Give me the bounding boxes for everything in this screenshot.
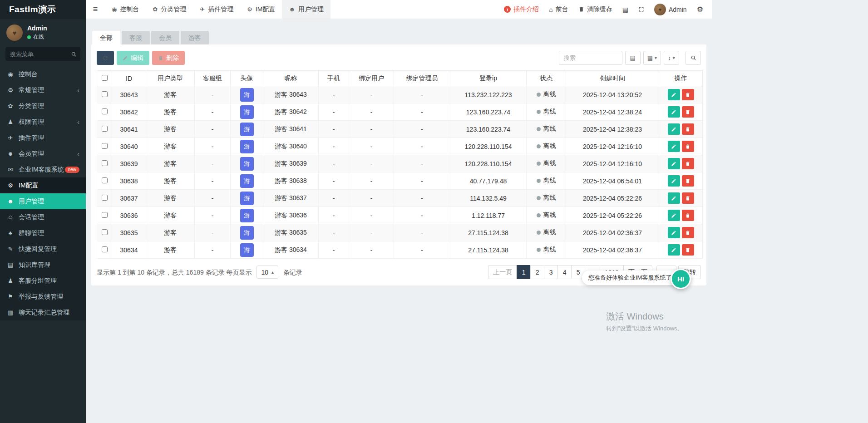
sidebar-item-user-manage[interactable]: ☻用户管理 bbox=[0, 193, 86, 209]
frontend-link[interactable]: ⌂ 前台 bbox=[544, 0, 573, 19]
search-button[interactable] bbox=[686, 51, 701, 65]
row-edit-button[interactable] bbox=[668, 106, 680, 118]
sidebar-item-im-config[interactable]: ⚙IM配置 bbox=[0, 177, 86, 193]
sidebar-item-knowledge[interactable]: ▤知识库管理 bbox=[0, 257, 86, 273]
menu-toggle-icon[interactable]: ≡ bbox=[86, 0, 105, 19]
pagination-summary: 显示第 1 到第 10 条记录，总共 16189 条记录 每页显示 10 ▴ 条… bbox=[97, 266, 302, 279]
page-size-select[interactable]: 10 ▴ bbox=[256, 266, 278, 279]
row-checkbox[interactable] bbox=[102, 91, 108, 97]
clear-cache-link[interactable]: 清除缓存 bbox=[573, 0, 617, 19]
row-edit-button[interactable] bbox=[668, 175, 680, 187]
topbar-user[interactable]: ♥ Admin bbox=[649, 0, 692, 19]
cell-created-at: 2025-12-04 12:16:10 bbox=[566, 138, 659, 155]
filter-tab-all[interactable]: 全部 bbox=[92, 31, 120, 44]
sidebar-item-report-feedback[interactable]: ⚑举报与反馈管理 bbox=[0, 289, 86, 305]
sidebar-search-input[interactable] bbox=[10, 51, 71, 58]
filter-tab-service[interactable]: 客服 bbox=[122, 31, 150, 44]
row-edit-button[interactable] bbox=[668, 227, 680, 238]
column-header[interactable]: 绑定管理员 bbox=[394, 71, 450, 86]
column-header[interactable]: 创建时间 bbox=[566, 71, 659, 86]
column-header[interactable]: 绑定用户 bbox=[349, 71, 394, 86]
sidebar-item-general[interactable]: ⚙常规管理‹ bbox=[0, 82, 86, 98]
row-edit-button[interactable] bbox=[668, 210, 680, 221]
row-delete-button[interactable] bbox=[682, 89, 694, 100]
row-delete-button[interactable] bbox=[682, 158, 694, 169]
page-button-prev[interactable]: 上一页 bbox=[488, 265, 517, 279]
app-logo[interactable]: FastIm演示 bbox=[0, 0, 86, 19]
fullscreen-button[interactable] bbox=[633, 0, 649, 19]
chat-launcher-button[interactable]: HI bbox=[671, 269, 691, 289]
top-tab-im-config[interactable]: ⚙IM配置 bbox=[240, 0, 282, 19]
refresh-button[interactable] bbox=[97, 51, 114, 65]
row-delete-button[interactable] bbox=[682, 106, 694, 118]
plugin-intro-link[interactable]: i 插件介绍 bbox=[499, 0, 544, 19]
top-tab-category[interactable]: ✿分类管理 bbox=[146, 0, 193, 19]
column-header[interactable]: 用户类型 bbox=[146, 71, 195, 86]
row-edit-button[interactable] bbox=[668, 192, 680, 204]
sidebar-item-category[interactable]: ✿分类管理 bbox=[0, 98, 86, 114]
user-avatar-badge: 游 bbox=[240, 243, 254, 257]
row-edit-button[interactable] bbox=[668, 123, 680, 135]
columns-button[interactable]: ▦ ▾ bbox=[643, 51, 661, 65]
row-delete-button[interactable] bbox=[682, 141, 694, 152]
row-delete-button[interactable] bbox=[682, 175, 694, 187]
sidebar-item-addon[interactable]: ✈插件管理 bbox=[0, 130, 86, 146]
column-header[interactable]: ID bbox=[112, 71, 146, 86]
sidebar-item-auth[interactable]: ♟权限管理‹ bbox=[0, 114, 86, 130]
column-header[interactable]: 头像 bbox=[231, 71, 263, 86]
settings-button[interactable]: ⚙ bbox=[692, 0, 708, 19]
row-checkbox[interactable] bbox=[102, 229, 108, 235]
column-header[interactable]: 客服组 bbox=[195, 71, 231, 86]
sidebar-item-im-system[interactable]: ✉企业IM客服系统new bbox=[0, 162, 86, 177]
page-button-page-2[interactable]: 2 bbox=[530, 265, 544, 279]
row-checkbox[interactable] bbox=[102, 126, 108, 132]
sidebar-item-member[interactable]: ☻会员管理‹ bbox=[0, 146, 86, 162]
sidebar-item-dashboard[interactable]: ◉控制台 bbox=[0, 66, 86, 82]
row-checkbox[interactable] bbox=[102, 246, 108, 252]
column-header[interactable]: 昵称 bbox=[263, 71, 319, 86]
export-button[interactable]: ↕ ▾ bbox=[664, 51, 679, 65]
top-tab-user-manage[interactable]: ☻用户管理 bbox=[282, 0, 330, 19]
page-button-page-3[interactable]: 3 bbox=[544, 265, 558, 279]
row-edit-button[interactable] bbox=[668, 89, 680, 100]
top-tab-dashboard[interactable]: ◉控制台 bbox=[105, 0, 146, 19]
row-checkbox[interactable] bbox=[102, 108, 108, 114]
edit-button[interactable]: 编辑 bbox=[117, 51, 149, 65]
delete-button[interactable]: 删除 bbox=[152, 51, 185, 65]
sidebar-item-label: IM配置 bbox=[19, 182, 39, 190]
filter-tab-member[interactable]: 会员 bbox=[151, 31, 179, 44]
offline-dot-icon bbox=[537, 93, 541, 97]
top-tab-addon[interactable]: ✈插件管理 bbox=[193, 0, 240, 19]
row-checkbox[interactable] bbox=[102, 143, 108, 149]
sidebar-item-group-chat[interactable]: ♣群聊管理 bbox=[0, 225, 86, 241]
column-header[interactable]: 手机 bbox=[319, 71, 349, 86]
column-header[interactable]: 登录ip bbox=[450, 71, 527, 86]
page-button-page-1[interactable]: 1 bbox=[517, 265, 531, 279]
table-search-input[interactable] bbox=[559, 51, 622, 65]
column-header[interactable]: 操作 bbox=[659, 71, 703, 86]
row-checkbox[interactable] bbox=[102, 160, 108, 166]
logs-button[interactable]: ▤ bbox=[617, 0, 633, 19]
detail-view-button[interactable]: ▤ bbox=[625, 51, 641, 65]
sidebar-item-session-manage[interactable]: ☺会话管理 bbox=[0, 209, 86, 225]
column-header[interactable]: 状态 bbox=[527, 71, 566, 86]
row-delete-button[interactable] bbox=[682, 123, 694, 135]
row-edit-button[interactable] bbox=[668, 244, 680, 256]
row-delete-button[interactable] bbox=[682, 227, 694, 238]
row-delete-button[interactable] bbox=[682, 192, 694, 204]
cell-id: 30642 bbox=[112, 103, 146, 121]
page-button-page-4[interactable]: 4 bbox=[557, 265, 572, 279]
row-checkbox[interactable] bbox=[102, 195, 108, 201]
row-edit-button[interactable] bbox=[668, 158, 680, 169]
row-delete-button[interactable] bbox=[682, 244, 694, 256]
row-edit-button[interactable] bbox=[668, 141, 680, 152]
filter-tab-visitor[interactable]: 游客 bbox=[181, 31, 209, 44]
select-all-checkbox[interactable] bbox=[102, 75, 108, 81]
search-icon[interactable] bbox=[71, 51, 77, 57]
row-checkbox[interactable] bbox=[102, 212, 108, 218]
row-checkbox[interactable] bbox=[102, 177, 108, 183]
sidebar-item-quick-reply[interactable]: ✎快捷回复管理 bbox=[0, 241, 86, 257]
sidebar-item-service-group[interactable]: ♟客服分组管理 bbox=[0, 273, 86, 289]
sidebar-item-chat-records[interactable]: ▥聊天记录汇总管理 bbox=[0, 305, 86, 320]
row-delete-button[interactable] bbox=[682, 210, 694, 221]
